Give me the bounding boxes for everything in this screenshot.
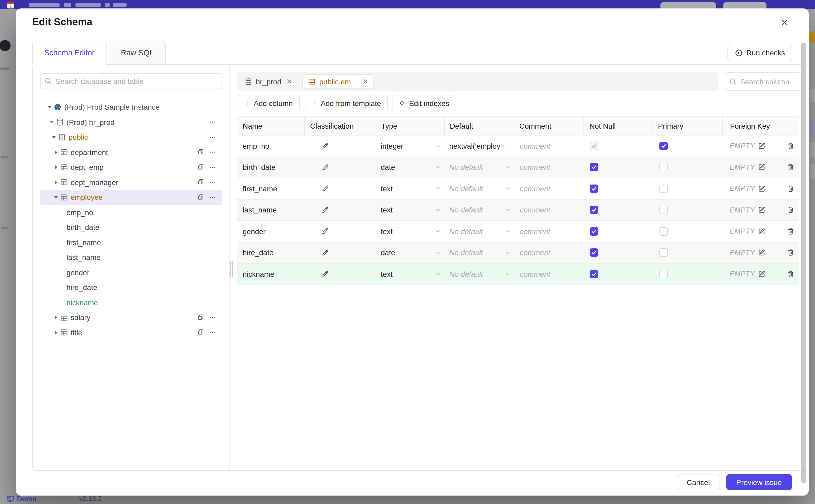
column-name-cell[interactable]: emp_no [237,135,304,156]
trash-icon[interactable] [787,142,794,150]
type-select[interactable]: text [381,206,444,214]
tab-raw-sql[interactable]: Raw SQL [109,41,166,65]
primary-checkbox[interactable] [660,163,668,172]
trash-icon[interactable] [787,249,794,256]
trash-icon[interactable] [787,270,794,278]
caret-right-icon[interactable] [53,165,59,169]
caret-right-icon[interactable] [53,180,59,185]
primary-checkbox[interactable] [660,142,668,150]
more-actions-button[interactable] [209,134,216,141]
preview-issue-button[interactable]: Preview issue [726,474,792,490]
tree-item-dept_manager[interactable]: dept_manager [40,175,222,190]
caret-right-icon[interactable] [53,316,59,320]
caret-right-icon[interactable] [53,150,59,154]
tree-item-title[interactable]: title [40,325,222,340]
tree-item-public[interactable]: public [40,130,222,145]
not-null-checkbox[interactable] [590,206,599,214]
copy-table-button[interactable] [197,164,204,171]
tab-schema-editor[interactable]: Schema Editor [32,41,107,65]
trash-icon[interactable] [787,206,794,214]
more-actions-button[interactable] [209,329,216,336]
primary-checkbox[interactable] [660,227,668,236]
not-null-checkbox[interactable] [590,249,599,257]
caret-down-icon[interactable] [47,106,52,109]
foreign-key-edit-button[interactable] [758,164,765,171]
add-from-template-button[interactable]: Add from template [304,95,388,111]
database-search-input[interactable] [40,73,222,89]
tree-item-prod-prod-sample-instance[interactable]: (Prod) Prod Sample Instance [40,100,222,115]
foreign-key-edit-button[interactable] [758,185,765,192]
more-actions-button[interactable] [209,119,216,126]
comment-input[interactable]: comment [519,206,550,214]
tree-item-birth_date[interactable]: birth_date [40,220,222,235]
pencil-icon[interactable] [321,142,329,150]
copy-table-button[interactable] [197,149,204,156]
pencil-icon[interactable] [321,227,329,235]
copy-table-button[interactable] [197,194,204,201]
type-select[interactable]: integer [381,142,444,150]
tree-item-employee[interactable]: employee [40,190,222,205]
not-null-checkbox[interactable] [590,185,599,193]
default-select[interactable]: No default [449,249,514,257]
caret-down-icon[interactable] [49,121,54,124]
comment-input[interactable]: comment [519,163,550,172]
type-select[interactable]: text [381,227,444,236]
trash-icon[interactable] [787,185,794,192]
tree-item-prod-hr_prod[interactable]: (Prod) hr_prod [40,115,222,130]
add-column-button[interactable]: Add column [237,95,300,111]
sidebar-resize-handle[interactable] [229,65,233,470]
not-null-checkbox[interactable] [590,227,599,236]
column-name-cell[interactable]: nickname [237,264,304,284]
caret-down-icon[interactable] [53,196,59,199]
comment-input[interactable]: comment [519,249,550,257]
caret-down-icon[interactable] [51,136,56,139]
foreign-key-edit-button[interactable] [758,228,765,235]
tree-item-emp_no[interactable]: emp_no [40,205,222,220]
copy-table-button[interactable] [197,314,204,321]
editor-tab-hr_prod[interactable]: hr_prod [239,74,298,89]
run-checks-button[interactable]: Run checks [727,45,792,61]
pencil-icon[interactable] [321,270,329,278]
not-null-checkbox[interactable] [590,270,599,278]
foreign-key-edit-button[interactable] [758,206,765,214]
more-actions-button[interactable] [209,164,216,171]
trash-icon[interactable] [787,228,794,235]
default-select[interactable]: No default [449,227,514,236]
more-actions-button[interactable] [209,194,216,201]
close-icon[interactable] [780,17,790,27]
comment-input[interactable]: comment [519,227,550,236]
trash-icon[interactable] [787,164,794,171]
column-name-cell[interactable]: gender [237,221,304,242]
type-select[interactable]: date [381,163,444,172]
close-tab-icon[interactable] [287,79,292,84]
tree-item-nickname[interactable]: nickname [40,295,222,310]
more-actions-button[interactable] [209,149,216,156]
foreign-key-edit-button[interactable] [758,249,765,256]
default-select[interactable]: nextval('employ [449,142,514,150]
pencil-icon[interactable] [321,249,329,257]
foreign-key-edit-button[interactable] [758,270,765,278]
tree-item-dept_emp[interactable]: dept_emp [40,160,222,175]
tree-item-salary[interactable]: salary [40,310,222,325]
comment-input[interactable]: comment [519,270,550,278]
primary-checkbox[interactable] [660,270,668,278]
modal-scrollbar[interactable] [801,43,806,483]
column-name-cell[interactable]: hire_date [237,242,304,263]
primary-checkbox[interactable] [660,185,668,193]
editor-tab-public-em[interactable]: public.em... [302,74,374,89]
column-name-cell[interactable]: first_name [237,178,304,199]
default-select[interactable]: No default [449,185,514,193]
copy-table-button[interactable] [197,179,204,186]
cancel-button[interactable]: Cancel [677,474,720,490]
pencil-icon[interactable] [321,185,329,193]
not-null-checkbox[interactable] [590,163,599,172]
tree-item-hire_date[interactable]: hire_date [40,280,222,295]
pencil-icon[interactable] [321,163,329,171]
more-actions-button[interactable] [209,314,216,321]
primary-checkbox[interactable] [660,249,668,257]
primary-checkbox[interactable] [660,206,668,214]
tree-item-last_name[interactable]: last_name [40,250,222,265]
comment-input[interactable]: comment [519,142,550,150]
default-select[interactable]: No default [449,206,514,214]
pencil-icon[interactable] [321,206,329,214]
